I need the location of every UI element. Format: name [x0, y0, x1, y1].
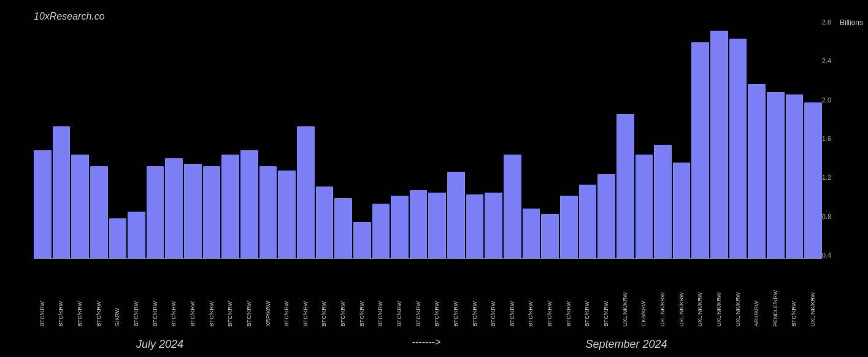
bar — [560, 196, 578, 258]
bar — [109, 218, 127, 258]
bar-col — [316, 18, 334, 258]
bar — [221, 155, 239, 258]
x-label-col: BTC/KRW — [504, 290, 521, 326]
x-label-col: BTC/KRW — [466, 290, 484, 326]
x-label-text: BTC/KRW — [472, 290, 478, 326]
x-label-text: BTC/KRW — [566, 290, 572, 326]
bar-col — [372, 18, 390, 258]
bar — [597, 174, 615, 258]
x-label-text: UXLINK/KRW — [810, 290, 816, 326]
y-axis: 2.82.42.01.61.20.80.4 — [822, 18, 834, 259]
x-label-col: BTC/KRW — [786, 290, 804, 326]
bar-col — [654, 18, 672, 258]
bar-col — [53, 18, 71, 258]
bar — [34, 150, 52, 258]
bar — [203, 166, 221, 258]
bar — [353, 222, 371, 258]
x-label-text: BTC/KRW — [247, 290, 252, 326]
bar — [710, 31, 728, 258]
bar — [485, 193, 502, 258]
bar-col — [147, 18, 164, 258]
y-tick: 1.6 — [822, 135, 831, 142]
x-label-col: UXLINK/KRW — [804, 290, 822, 326]
bar-col — [90, 18, 108, 258]
bar — [297, 126, 315, 258]
bar-col — [278, 18, 296, 258]
bar-col — [748, 18, 766, 258]
x-label-col: BTC/KRW — [447, 290, 465, 326]
x-label-text: BTC/KRW — [228, 290, 233, 326]
bar — [767, 92, 785, 258]
x-label-text: BTC/KRW — [510, 290, 515, 326]
bar — [278, 171, 296, 258]
bar-col — [428, 18, 446, 258]
x-label-text: BTC/KRW — [378, 290, 383, 326]
bar — [165, 158, 183, 258]
bar — [673, 163, 691, 258]
bar-col — [523, 18, 540, 258]
x-label-text: BTC/KRW — [77, 290, 83, 326]
x-label-col: BTC/KRW — [128, 290, 145, 326]
bar — [729, 39, 747, 258]
bar-col — [334, 18, 352, 258]
x-label-text: UXLINK/KRW — [697, 290, 703, 326]
x-label-text: BTC/KRW — [359, 290, 365, 326]
bar — [504, 155, 521, 258]
x-label-text: BTC/KRW — [791, 290, 797, 326]
x-label-text: BTC/KRW — [58, 290, 64, 326]
bar-col — [729, 18, 747, 258]
x-label-text: BTC/KRW — [96, 290, 102, 326]
bar-col — [560, 18, 578, 258]
x-label-col: UXLINK/KRW — [673, 290, 691, 326]
x-label-col: BTC/KRW — [372, 290, 390, 326]
x-label-text: UXLINK/KRW — [660, 290, 666, 326]
bar — [391, 196, 409, 258]
x-label-col: BTC/KRW — [34, 290, 52, 326]
x-label-text: BTC/KRW — [153, 290, 158, 326]
bar-col — [673, 18, 691, 258]
x-label-col: BTC/KRW — [579, 290, 597, 326]
x-label-text: BTC/KRW — [585, 290, 590, 326]
bar-col — [485, 18, 502, 258]
bar — [147, 166, 164, 258]
bar — [447, 172, 465, 258]
bar-col — [128, 18, 145, 258]
x-label-text: ARK/KRW — [754, 290, 759, 326]
y-tick: 2.0 — [822, 96, 831, 104]
x-labels: BTC/KRWBTC/KRWBTC/KRWBTC/KRWG/KRWBTC/KRW… — [34, 290, 822, 326]
x-label-text: UXLINK/KRW — [735, 290, 741, 326]
bar-col — [636, 18, 653, 258]
x-label-text: PENDLE/KRW — [773, 290, 778, 326]
bar-col — [804, 18, 822, 258]
x-label-text: BTC/KRW — [604, 290, 609, 326]
bar-col — [447, 18, 465, 258]
bar — [636, 155, 653, 258]
x-label-text: CKB/KRW — [641, 290, 647, 326]
bar — [240, 150, 258, 258]
bar-col — [391, 18, 409, 258]
x-label-col: BTC/KRW — [541, 290, 559, 326]
bar — [466, 194, 484, 258]
bar-col — [504, 18, 521, 258]
y-tick: 1.2 — [822, 174, 831, 181]
bar-col — [240, 18, 258, 258]
x-label-text: BTC/KRW — [547, 290, 553, 326]
x-label-col: BTC/KRW — [90, 290, 108, 326]
bar — [372, 204, 390, 258]
x-label-text: BTC/KRW — [416, 290, 421, 326]
x-label-col: BTC/KRW — [240, 290, 258, 326]
bar-col — [165, 18, 183, 258]
bar — [184, 164, 202, 258]
x-label-text: BTC/KRW — [491, 290, 496, 326]
bars-area — [34, 18, 822, 259]
x-label-text: BTC/KRW — [134, 290, 139, 326]
chart-container: 10xResearch.co Billions BTC/KRWBTC/KRWBT… — [0, 0, 868, 357]
bar-col — [710, 18, 728, 258]
bar — [334, 198, 352, 258]
x-label-col: CKB/KRW — [636, 290, 653, 326]
x-label-col: BTC/KRW — [71, 290, 89, 326]
x-label-col: BTC/KRW — [523, 290, 540, 326]
bar-col — [767, 18, 785, 258]
bar — [128, 212, 145, 258]
x-label-col: XRP/KRW — [259, 290, 277, 326]
